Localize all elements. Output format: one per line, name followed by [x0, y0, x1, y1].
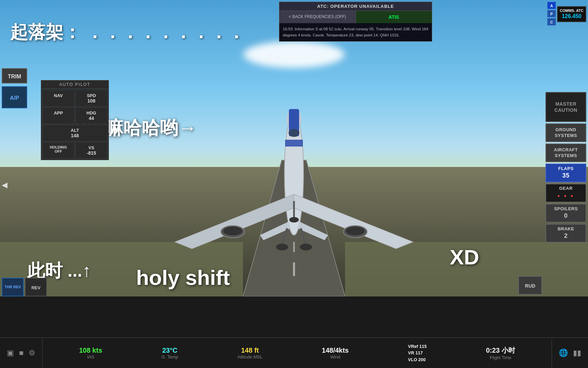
vref-block: VRef 115 VR 117 VLO 200	[408, 343, 427, 363]
camera-icon[interactable]: ■	[19, 349, 23, 357]
svg-marker-13	[294, 194, 413, 249]
spoilers-button[interactable]: SPOILERS 0	[545, 204, 586, 223]
flight-time-metric: 0:23 小时 Flight Time	[486, 346, 515, 360]
monitor-icon[interactable]: ▣	[7, 349, 14, 357]
speed-value: 108 kts	[79, 347, 102, 354]
landing-gear-text: 起落架： ．．．．．．．．．	[10, 20, 245, 44]
status-icons-group: ▣ ■ ⚙	[0, 338, 43, 368]
brake-label: BRAKE	[558, 226, 574, 232]
ap-app-button[interactable]: APP	[42, 107, 75, 124]
ap-nav-button[interactable]: NAV	[42, 90, 75, 107]
cloud	[243, 41, 345, 68]
ground-systems-button[interactable]: GROUND SYSTEMS	[545, 123, 586, 142]
svg-point-27	[289, 129, 299, 137]
flaps-button[interactable]: FLAPS 35	[545, 164, 586, 182]
left-nav-arrow[interactable]: ◀	[2, 181, 7, 189]
spoilers-label: SPOILERS	[554, 206, 578, 212]
rud-button[interactable]: RUD	[518, 276, 542, 295]
comms-c-button[interactable]: C	[547, 18, 556, 26]
status-metrics-group: 108 kts IAS 23°C G. Temp 148 ft Altitude…	[43, 343, 552, 363]
alt-value: 148 ft	[238, 347, 263, 354]
master-caution-button[interactable]: MASTER CAUTION	[545, 92, 586, 122]
comms-a-button[interactable]: A	[547, 2, 556, 9]
alt-label: Altitude MSL	[238, 354, 263, 359]
temp-value: 23°C	[162, 347, 178, 354]
flight-time-value: 0:23 小时	[486, 346, 515, 355]
thrust-reverse-area: THR REV REV	[2, 278, 47, 296]
svg-point-23	[300, 244, 312, 250]
autopilot-button[interactable]: A/P	[2, 86, 27, 108]
globe-icon[interactable]: 🌐	[559, 349, 568, 357]
ap-vs-button[interactable]: VS -815	[75, 142, 108, 159]
speed-metric: 108 kts IAS	[79, 347, 102, 359]
vlo-value: VLO 200	[408, 356, 426, 363]
svg-point-22	[276, 244, 288, 250]
airplane	[158, 99, 430, 269]
autopilot-title: AUTO PILOT	[41, 80, 109, 89]
gear-status-dots: • • •	[558, 192, 574, 200]
autopilot-panel: AUTO PILOT NAV SPD 108 APP HDG 44 ALT 14…	[41, 80, 109, 160]
aircraft-systems-button[interactable]: AIRCRAFT SYSTEMS	[545, 143, 586, 162]
ap-alt-button[interactable]: ALT 148	[42, 125, 108, 141]
temp-label: G. Temp	[162, 354, 178, 359]
holy-shift-text: holy shift	[136, 265, 230, 290]
comms-label: COMMS. ATC	[560, 8, 584, 13]
atc-panel: ATC: OPERATOR UNAVAILABLE < BACK FREQUEN…	[279, 2, 432, 42]
atc-title: ATC: OPERATOR UNAVAILABLE	[279, 2, 432, 11]
ap-spd-button[interactable]: SPD 108	[75, 90, 108, 107]
vref-value: VRef 115	[408, 343, 427, 350]
svg-point-15	[223, 227, 242, 235]
ap-holding-button[interactable]: HOLDING OFF	[42, 142, 75, 159]
thr-rev-button[interactable]: THR REV	[2, 278, 24, 296]
alt-metric: 148 ft Altitude MSL	[238, 347, 263, 359]
comms-p-button[interactable]: P	[547, 10, 556, 17]
vr-value: VR 117	[408, 350, 423, 356]
flight-time-label: Flight Time	[486, 355, 515, 360]
svg-rect-26	[285, 140, 303, 147]
left-panel: TRIM A/P	[2, 68, 27, 108]
comms-freq-box[interactable]: COMMS. ATC 126.450	[557, 6, 586, 22]
wind-value: 148/4kts	[322, 347, 349, 354]
svg-marker-12	[175, 194, 294, 249]
pause-icon[interactable]: ▮▮	[573, 349, 581, 357]
svg-point-17	[346, 227, 365, 235]
gear-button[interactable]: GEAR • • •	[545, 184, 586, 202]
rev-button[interactable]: REV	[25, 278, 47, 296]
wind-label: Wind	[322, 354, 349, 359]
status-right-icons: 🌐 ▮▮	[552, 338, 588, 368]
gear-label: GEAR	[559, 186, 573, 191]
speed-label: IAS	[79, 354, 102, 359]
atc-atis-button[interactable]: ATIS	[356, 11, 432, 23]
brake-value: 2	[564, 232, 568, 240]
trim-button[interactable]: TRIM	[2, 68, 27, 83]
xd-text: XD	[450, 245, 479, 269]
flaps-value: 35	[562, 172, 569, 180]
svg-point-25	[289, 217, 299, 223]
atc-back-button[interactable]: < BACK FREQUENCIES (OFF)	[279, 11, 356, 23]
comms-panel: A P C COMMS. ATC 126.450	[547, 2, 586, 27]
temp-metric: 23°C G. Temp	[162, 347, 178, 359]
wind-metric: 148/4kts Wind	[322, 347, 349, 359]
spoilers-value: 0	[564, 212, 568, 220]
status-bar: ▣ ■ ⚙ 108 kts IAS 23°C G. Temp 148 ft Al…	[0, 337, 588, 368]
atc-info-text: 16:53: Information S at 08 52 zulu. Arri…	[279, 23, 432, 41]
settings-icon[interactable]: ⚙	[29, 349, 35, 357]
ap-hdg-button[interactable]: HDG 44	[75, 107, 108, 124]
brake-button[interactable]: BRAKE 2	[545, 224, 586, 243]
flaps-label: FLAPS	[558, 166, 573, 172]
comms-frequency: 126.450	[560, 13, 584, 20]
